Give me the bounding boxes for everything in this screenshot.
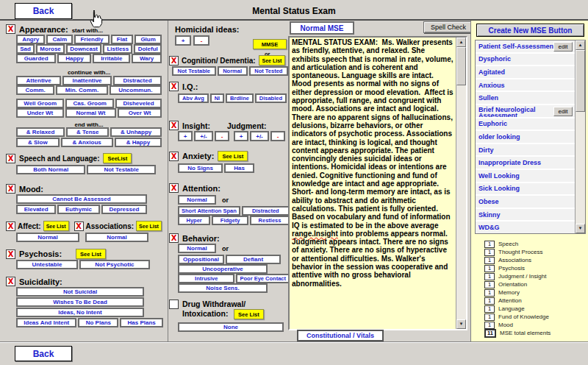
mood-option-button[interactable]: Elevated [16,205,56,214]
appearance-option-button[interactable]: Friendly [74,35,109,44]
iq-option-button[interactable]: Disabled [255,93,287,103]
attention-option-button[interactable]: Fidgety [212,216,248,225]
appearance-option-button[interactable]: Morose [36,44,65,54]
appearance-option-button[interactable]: Sad [16,44,35,54]
narrative-scrollbar[interactable]: ▲ ▼ [456,38,466,329]
insight-minus-button[interactable]: - [215,131,229,141]
scroll-down-icon[interactable]: ▼ [456,319,466,329]
list-item[interactable]: Patient Self-Assessment edit [476,40,575,54]
edit-button[interactable]: edit [553,42,573,52]
mood-option-button[interactable]: Euthymic [57,205,99,214]
speech-option-button[interactable]: Not Testable [87,165,156,174]
appearance-option-button[interactable]: Uncommun. [110,85,162,95]
narrative-scrollbar-thumb[interactable] [456,47,466,85]
behavior-option-button[interactable]: Intrusive [178,274,234,283]
appearance-option-button[interactable]: & Relaxed [16,127,65,137]
appearance-option-button[interactable]: Normal Wt [65,108,116,118]
appearance-option-button[interactable]: Angry [16,35,45,44]
appearance-option-button[interactable]: & Unhappy [110,127,162,137]
anxiety-option-button[interactable]: No Signs [178,163,223,173]
list-item[interactable]: older looking [476,131,575,144]
appearance-option-button[interactable]: Listless [103,44,132,54]
appearance-option-button[interactable]: Calm [46,35,73,44]
anxiety-option-button[interactable]: Has [224,163,254,173]
scroll-up-icon[interactable]: ▲ [576,40,585,50]
list-item[interactable]: Brief Neurological Assessment edit [476,105,575,118]
drug-see-list-button[interactable]: See List [234,309,264,319]
anxiety-see-list-button[interactable]: See List [218,151,248,161]
iq-option-button[interactable]: Brdline [226,93,254,103]
cognition-option-button[interactable]: Not Testable [172,66,216,76]
suicidality-option-button[interactable]: Has Plans [120,318,163,327]
appearance-option-button[interactable]: Wary [132,54,162,63]
drug-withdrawal-checkbox[interactable] [169,300,179,309]
associations-normal-button[interactable]: Normal [85,233,148,242]
associations-checkbox[interactable]: X [74,222,84,231]
affect-checkbox[interactable]: X [6,222,15,231]
back-button-bottom[interactable]: Back [15,346,72,361]
normal-mse-button[interactable]: Normal MSE [290,21,354,35]
appearance-option-button[interactable]: Downcast [66,44,101,54]
speech-option-button[interactable]: Both Normal [16,165,85,174]
list-item[interactable]: Agitated [476,66,575,79]
appearance-option-button[interactable]: Glum [135,35,162,44]
appearance-option-button[interactable]: Cas. Groom [65,99,114,108]
appearance-option-button[interactable]: Well Groom [16,99,64,108]
suicidality-option-button[interactable]: Ideas, No Intent [16,308,144,317]
list-item[interactable]: Obese [476,196,575,209]
create-new-mse-button[interactable]: Create New MSE Button [476,24,584,37]
mood-option-button[interactable]: Cannot Be Assessed [16,194,147,204]
judgment-plus-button[interactable]: + [234,131,248,141]
appearance-option-button[interactable]: & Happy [115,138,162,147]
appearance-option-button[interactable]: & Slow [16,138,60,147]
mood-option-button[interactable]: Depressed [101,205,147,214]
behavior-checkbox[interactable]: X [169,233,179,243]
affect-normal-button[interactable]: Normal [16,233,79,242]
judgment-plusminus-button[interactable]: +/- [250,131,269,141]
appearance-option-button[interactable]: Disheveled [115,99,162,108]
appearance-option-button[interactable]: Inattentive [62,76,112,85]
suicidality-option-button[interactable]: Ideas And Intent [16,318,76,327]
attention-option-button[interactable]: Short Attention Span [178,206,240,216]
appearance-option-button[interactable]: Guarded [16,54,56,63]
insight-plus-button[interactable]: + [178,131,193,141]
mood-checkbox[interactable]: X [6,184,15,194]
suicidality-checkbox[interactable]: X [6,277,15,286]
speech-see-list-button[interactable]: SeeList [103,153,132,163]
associations-see-list-button[interactable]: See List [136,221,162,231]
suicidality-option-button[interactable]: Not Suicidal [16,287,144,297]
cognition-option-button[interactable]: Not Tested [249,66,288,76]
psychosis-option-button[interactable]: Not Psychotic [79,260,150,269]
list-item[interactable]: Dirty [476,144,575,157]
affect-see-list-button[interactable]: See List [43,221,69,231]
psychosis-option-button[interactable]: Untestable [16,260,78,269]
mse-list-scrollbar-thumb[interactable] [576,50,585,112]
scroll-up-icon[interactable]: ▲ [456,38,466,47]
list-item[interactable]: Sullen [476,92,575,105]
appearance-option-button[interactable]: Over Wt [118,108,162,118]
mmse-button[interactable]: MMSE [253,39,287,49]
appearance-option-button[interactable]: Distracted [113,76,162,85]
iq-option-button[interactable]: Nl [210,93,224,103]
list-item[interactable]: Sick Looking [476,183,575,196]
appearance-option-button[interactable]: Min. Comm. [56,85,107,95]
insight-plusminus-button[interactable]: +/- [194,131,213,141]
appearance-option-button[interactable]: Flat [111,35,134,44]
appearance-option-button[interactable]: Irritable [93,54,130,63]
list-item[interactable]: Anxious [476,79,575,93]
mse-narrative-textarea[interactable]: MENTAL STATUS EXAM: Ms. Walker presents … [288,36,467,330]
drug-none-button[interactable]: None [178,322,284,332]
behavior-normal-button[interactable]: Normal [178,244,216,253]
spell-check-button[interactable]: Spell Check [423,21,473,33]
list-item[interactable]: Dysphoric [476,54,575,67]
cognition-checkbox[interactable]: X [169,56,179,65]
attention-checkbox[interactable]: X [169,183,179,193]
appearance-checkbox[interactable]: X [6,24,15,34]
anxiety-checkbox[interactable]: X [169,152,179,161]
behavior-option-button[interactable]: Noise Sens. [178,283,268,293]
edit-button[interactable]: edit [553,107,573,116]
list-item[interactable]: Well Looking [476,170,575,183]
list-item[interactable]: WD&G [476,222,575,233]
insight-checkbox[interactable]: X [169,121,179,130]
attention-normal-button[interactable]: Normal [178,195,216,205]
